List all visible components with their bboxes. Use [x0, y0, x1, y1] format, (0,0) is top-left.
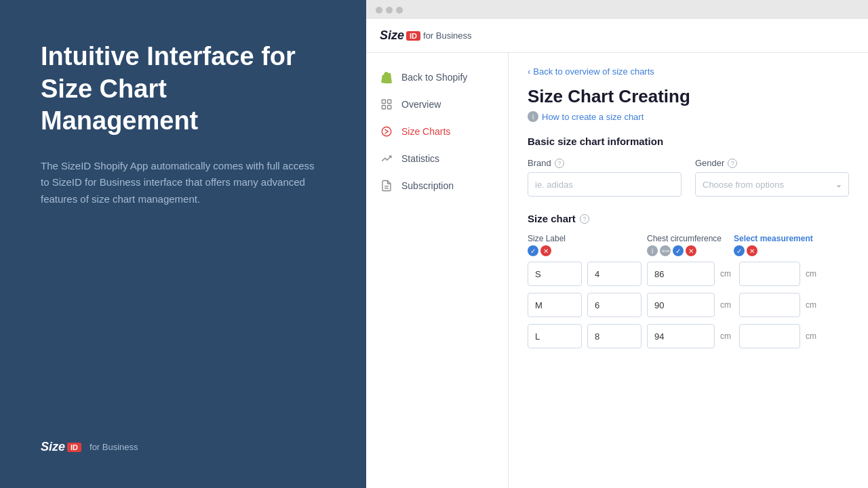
help-icon: i [528, 111, 538, 122]
info-icon-chest[interactable]: i [647, 245, 658, 256]
size-input-m[interactable] [528, 293, 582, 317]
chest-input-m[interactable] [647, 293, 715, 317]
cm-label-l: cm [720, 331, 734, 341]
brand-input[interactable] [528, 172, 682, 197]
sidebar-label-statistics: Statistics [401, 153, 439, 164]
check-icon-chest[interactable]: ✓ [673, 245, 684, 256]
left-panel: Intuitive Interface for Size Chart Manag… [0, 0, 366, 488]
size-charts-icon [380, 125, 393, 138]
brand-label: Brand ? [528, 158, 682, 168]
app-logo-id: ID [406, 31, 420, 41]
number-input-l[interactable] [587, 324, 642, 348]
sidebar: Back to Shopify Overview [366, 53, 509, 488]
app-body: Back to Shopify Overview [366, 53, 868, 488]
browser-dot-red [376, 7, 382, 14]
app-logo: Size ID [380, 28, 420, 43]
svg-rect-3 [388, 106, 391, 109]
brand-gender-row: Brand ? Gender ? Choose from options Mal… [528, 158, 849, 197]
app-header: Size ID for Business [366, 19, 868, 53]
svg-rect-2 [382, 106, 385, 109]
statistics-icon [380, 152, 393, 165]
back-chevron-icon: ‹ [528, 66, 530, 77]
app-logo-for-business: for Business [423, 30, 472, 41]
back-link[interactable]: ‹ Back to overview of size charts [528, 66, 849, 77]
shopify-icon [380, 70, 393, 84]
browser-window: Size ID for Business Back to Shopify [366, 0, 868, 488]
col-header-size-label: Size Label ✓ ✕ [528, 234, 582, 256]
svg-rect-1 [388, 100, 391, 103]
sidebar-item-statistics[interactable]: Statistics [366, 145, 508, 172]
chest-input-s[interactable] [647, 262, 715, 286]
sidebar-label-subscription: Subscription [401, 180, 454, 191]
number-input-m[interactable] [587, 293, 642, 317]
left-content: Intuitive Interface for Size Chart Manag… [41, 41, 326, 208]
app-logo-size: Size [380, 28, 404, 43]
logo-size-text: Size [41, 440, 65, 454]
sidebar-item-back-to-shopify[interactable]: Back to Shopify [366, 64, 508, 91]
number-input-s[interactable] [587, 262, 642, 286]
sidebar-label-back-to-shopify: Back to Shopify [401, 72, 467, 83]
chest-input-l[interactable] [647, 324, 715, 348]
brand-info-icon[interactable]: ? [555, 159, 564, 168]
double-icon-chest[interactable]: ⟺ [660, 245, 671, 256]
measurement-input-m[interactable] [739, 293, 800, 317]
brand-group: Brand ? [528, 158, 682, 197]
size-chart-header: Size chart ? [528, 213, 849, 224]
size-input-l[interactable] [528, 324, 582, 348]
sidebar-item-overview[interactable]: Overview [366, 91, 508, 118]
left-description: The SizeID Shopify App automatically com… [41, 158, 326, 208]
left-logo: Size ID for Business [41, 440, 326, 454]
logo-id-badge: ID [67, 443, 81, 452]
table-headers: Size Label ✓ ✕ Chest circumference i ⟺ ✓ [528, 234, 849, 256]
help-link[interactable]: i How to create a size chart [528, 111, 849, 122]
cm-label-s2: cm [806, 269, 819, 279]
browser-dot-green [396, 7, 403, 14]
svg-point-4 [382, 127, 391, 136]
help-link-text: How to create a size chart [542, 112, 644, 122]
measurement-input-s[interactable] [739, 262, 800, 286]
cm-label-s: cm [720, 269, 734, 279]
col-header-select-measurement: Select measurement ✓ ✕ [734, 234, 849, 256]
check-icon-1[interactable]: ✓ [528, 245, 538, 256]
x-icon-measure[interactable]: ✕ [747, 245, 757, 256]
subscription-icon [380, 179, 393, 192]
overview-icon [380, 98, 393, 111]
page-title: Size Chart Creating [528, 86, 849, 107]
cm-label-l2: cm [806, 331, 819, 341]
logo-for-business-text: for Business [90, 442, 138, 452]
sidebar-item-subscription[interactable]: Subscription [366, 172, 508, 199]
browser-dot-yellow [386, 7, 393, 14]
back-link-text: Back to overview of size charts [533, 66, 654, 77]
measurement-input-l[interactable] [739, 324, 800, 348]
browser-dots [376, 7, 859, 19]
gender-select-wrapper: Choose from options Male Female Unisex K… [695, 172, 849, 197]
left-title: Intuitive Interface for Size Chart Manag… [41, 41, 326, 138]
check-icon-measure[interactable]: ✓ [734, 245, 745, 256]
table-row-l: cm cm [528, 324, 849, 348]
size-chart-info-icon[interactable]: ? [580, 214, 589, 224]
svg-rect-0 [382, 100, 385, 103]
measurement-icons: ✓ ✕ [734, 245, 849, 256]
left-sizeid-logo: Size ID [41, 440, 81, 454]
sidebar-item-size-charts[interactable]: Size Charts [366, 118, 508, 145]
sidebar-label-size-charts: Size Charts [401, 126, 450, 137]
cm-label-m2: cm [806, 300, 819, 310]
browser-chrome [366, 0, 868, 19]
basic-info-section-title: Basic size chart information [528, 136, 849, 147]
gender-label: Gender ? [695, 158, 849, 168]
gender-group: Gender ? Choose from options Male Female… [695, 158, 849, 197]
col-header-chest: Chest circumference i ⟺ ✓ ✕ [647, 234, 728, 256]
x-icon-chest[interactable]: ✕ [686, 245, 696, 256]
table-row-m: cm cm [528, 293, 849, 317]
cm-label-m: cm [720, 300, 734, 310]
size-chart-title: Size chart [528, 213, 576, 224]
size-label-icons: ✓ ✕ [528, 245, 582, 256]
x-icon-1[interactable]: ✕ [540, 245, 551, 256]
gender-select[interactable]: Choose from options Male Female Unisex K… [695, 172, 849, 197]
main-content: ‹ Back to overview of size charts Size C… [509, 53, 868, 488]
chest-icons: i ⟺ ✓ ✕ [647, 245, 728, 256]
size-input-s[interactable] [528, 262, 582, 286]
table-row-s: cm cm [528, 262, 849, 286]
gender-info-icon[interactable]: ? [728, 159, 737, 168]
sidebar-label-overview: Overview [401, 99, 441, 110]
